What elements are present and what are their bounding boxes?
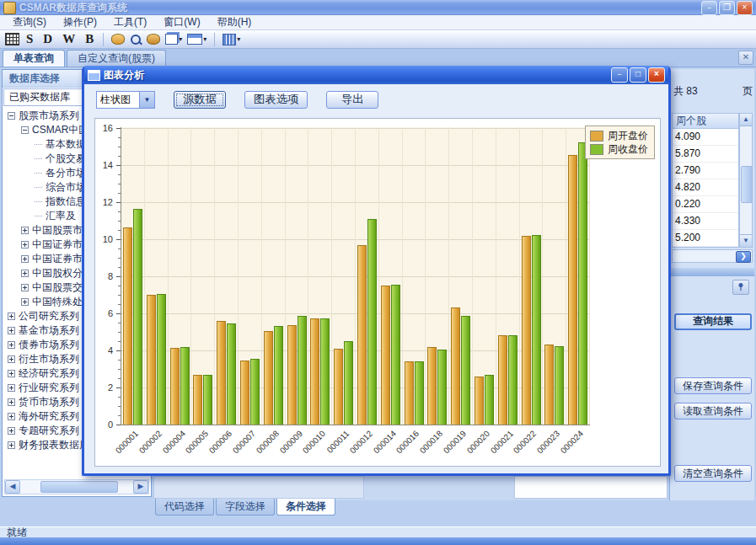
expand-icon[interactable] bbox=[21, 298, 29, 306]
bar-周收盘价-000020[interactable] bbox=[485, 375, 494, 425]
table-icon[interactable] bbox=[5, 33, 19, 45]
database-refresh-icon[interactable] bbox=[111, 34, 125, 45]
expand-icon[interactable] bbox=[8, 441, 15, 449]
database-edit-icon[interactable] bbox=[147, 34, 160, 45]
expand-icon[interactable] bbox=[8, 398, 15, 406]
scroll-right-icon[interactable]: ▶ bbox=[133, 480, 148, 494]
expand-icon[interactable] bbox=[8, 341, 15, 349]
tab-custom-query-stock[interactable]: 自定义查询(股票) bbox=[67, 50, 166, 67]
bar-周开盘价-000010[interactable] bbox=[310, 318, 319, 425]
table-row[interactable]: 4.330 bbox=[673, 213, 738, 230]
chart-type-select[interactable]: 柱状图 ▼ bbox=[96, 91, 155, 109]
load-query-button[interactable]: 读取查询条件 bbox=[674, 403, 752, 419]
bar-周收盘价-000024[interactable] bbox=[578, 142, 587, 425]
menu-item[interactable]: 操作(P) bbox=[56, 14, 105, 30]
bar-周收盘价-000008[interactable] bbox=[274, 326, 283, 425]
bar-周开盘价-000002[interactable] bbox=[147, 295, 156, 425]
expand-icon[interactable] bbox=[8, 313, 15, 320]
collapse-icon[interactable] bbox=[21, 126, 29, 134]
dialog-maximize-button[interactable]: □ bbox=[630, 67, 646, 83]
menu-item[interactable]: 工具(T) bbox=[106, 14, 154, 30]
toolbar-letter-w[interactable]: W bbox=[61, 32, 77, 46]
scroll-right-icon[interactable]: ❯ bbox=[736, 251, 751, 263]
dialog-minimize-button[interactable]: － bbox=[611, 67, 628, 83]
expand-icon[interactable] bbox=[8, 327, 15, 334]
bar-周收盘价-000014[interactable] bbox=[391, 285, 400, 425]
bar-周收盘价-000009[interactable] bbox=[298, 316, 307, 425]
bar-周开盘价-000021[interactable] bbox=[498, 335, 507, 425]
minimize-button[interactable]: － bbox=[701, 1, 717, 15]
bar-周收盘价-000011[interactable] bbox=[344, 341, 353, 425]
scroll-down-icon[interactable]: ▼ bbox=[740, 234, 752, 247]
bar-周开盘价-000008[interactable] bbox=[264, 331, 273, 425]
bar-周收盘价-000005[interactable] bbox=[203, 375, 212, 425]
bar-周开盘价-000020[interactable] bbox=[475, 377, 484, 425]
close-button[interactable]: × bbox=[737, 1, 753, 15]
bar-周收盘价-000001[interactable] bbox=[133, 209, 142, 425]
menu-item[interactable]: 查询(S) bbox=[5, 14, 54, 30]
bar-周开盘价-000009[interactable] bbox=[287, 325, 297, 425]
expand-icon[interactable] bbox=[21, 241, 29, 248]
expand-icon[interactable] bbox=[21, 284, 29, 291]
bar-周收盘价-000018[interactable] bbox=[437, 350, 447, 425]
expand-icon[interactable] bbox=[8, 384, 15, 392]
bar-周收盘价-000010[interactable] bbox=[320, 318, 330, 425]
bar-周开盘价-000022[interactable] bbox=[522, 236, 531, 425]
bar-周收盘价-000002[interactable] bbox=[157, 294, 166, 425]
cascade-windows-icon[interactable]: ▾ bbox=[165, 34, 182, 45]
tree-horizontal-scrollbar[interactable]: ◀ ▶ bbox=[4, 479, 149, 494]
dialog-close-button[interactable]: × bbox=[648, 67, 665, 83]
bar-周开盘价-000019[interactable] bbox=[451, 307, 460, 425]
bar-周收盘价-000006[interactable] bbox=[227, 323, 236, 425]
expand-icon[interactable] bbox=[21, 255, 29, 263]
scrollbar-thumb[interactable] bbox=[40, 481, 118, 493]
search-icon[interactable] bbox=[130, 34, 142, 45]
export-button[interactable]: 导出 bbox=[326, 91, 378, 109]
collapse-icon[interactable] bbox=[8, 112, 15, 120]
bottom-tab-代码选择[interactable]: 代码选择 bbox=[155, 499, 214, 516]
bar-周开盘价-000004[interactable] bbox=[170, 348, 180, 425]
chart-options-button[interactable]: 图表选项 bbox=[244, 91, 308, 109]
bar-周收盘价-000023[interactable] bbox=[555, 346, 564, 425]
expand-icon[interactable] bbox=[8, 427, 15, 435]
column-header[interactable]: 周个股 bbox=[673, 114, 738, 129]
bar-周开盘价-000012[interactable] bbox=[357, 245, 367, 425]
bottom-tab-字段选择[interactable]: 字段选择 bbox=[216, 499, 275, 516]
grid-view-icon[interactable]: ▾ bbox=[223, 34, 240, 45]
expand-icon[interactable] bbox=[21, 270, 29, 277]
clear-query-button[interactable]: 清空查询条件 bbox=[674, 465, 752, 482]
query-result-button[interactable]: 查询结果 bbox=[674, 313, 752, 330]
expand-icon[interactable] bbox=[21, 227, 29, 234]
expand-icon[interactable] bbox=[8, 355, 15, 363]
bar-周开盘价-000018[interactable] bbox=[427, 347, 437, 425]
chevron-down-icon[interactable]: ▼ bbox=[139, 92, 154, 108]
pin-icon[interactable] bbox=[732, 280, 749, 295]
restore-button[interactable]: ❐ bbox=[719, 1, 735, 15]
table-row[interactable]: 4.820 bbox=[673, 179, 738, 196]
expand-icon[interactable] bbox=[8, 370, 15, 377]
menu-item[interactable]: 窗口(W) bbox=[156, 14, 207, 30]
table-row[interactable]: 5.200 bbox=[673, 230, 738, 247]
table-row[interactable]: 5.870 bbox=[673, 146, 738, 163]
bar-周收盘价-000007[interactable] bbox=[250, 359, 260, 425]
bar-周开盘价-000011[interactable] bbox=[334, 349, 343, 425]
results-vertical-scrollbar[interactable]: ▲ ▼ bbox=[739, 113, 753, 248]
save-query-button[interactable]: 保存查询条件 bbox=[674, 377, 752, 394]
scroll-up-icon[interactable]: ▲ bbox=[740, 114, 752, 126]
bar-周开盘价-000007[interactable] bbox=[240, 361, 249, 425]
scrollbar-thumb[interactable] bbox=[741, 166, 753, 203]
bar-周开盘价-000001[interactable] bbox=[123, 227, 132, 425]
bar-周收盘价-000016[interactable] bbox=[415, 361, 424, 425]
toolbar-letter-d[interactable]: D bbox=[41, 32, 54, 46]
tab-close-icon[interactable]: ✕ bbox=[738, 51, 753, 65]
bar-周开盘价-000005[interactable] bbox=[193, 375, 202, 425]
source-data-button[interactable]: 源数据 bbox=[174, 91, 226, 109]
scroll-left-icon[interactable]: ◀ bbox=[5, 480, 20, 494]
bar-周收盘价-000019[interactable] bbox=[461, 316, 470, 425]
bar-周收盘价-000012[interactable] bbox=[367, 219, 377, 425]
table-row[interactable]: 0.220 bbox=[673, 196, 738, 213]
bar-周收盘价-000022[interactable] bbox=[532, 235, 541, 425]
expand-icon[interactable] bbox=[8, 413, 15, 420]
form-view-icon[interactable]: ▾ bbox=[187, 34, 206, 45]
bar-周开盘价-000024[interactable] bbox=[568, 155, 577, 425]
